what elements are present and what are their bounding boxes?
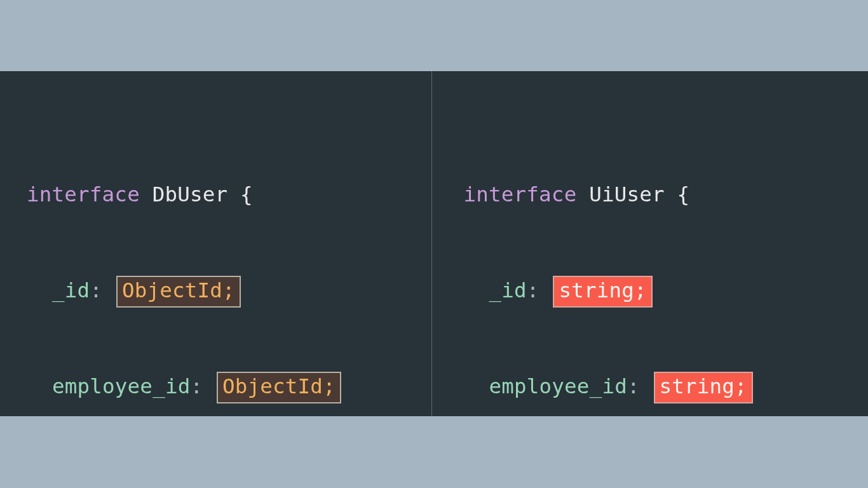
code-pane-left: interface DbUser { _id: ObjectId; employ…: [0, 71, 432, 416]
type-highlight-box: string;: [553, 276, 652, 308]
code-line: _id: string;: [464, 274, 869, 307]
code-line: interface DbUser {: [27, 179, 431, 211]
colon-token: :: [90, 278, 102, 302]
code-line: _id: ObjectId;: [27, 274, 431, 307]
type-highlight-box: ObjectId;: [116, 276, 241, 308]
type-name-token: DbUser: [153, 182, 228, 207]
colon-token: :: [527, 278, 539, 302]
colon-token: :: [190, 374, 203, 398]
keyword-token: interface: [464, 182, 577, 207]
code-line: interface UiUser {: [464, 179, 869, 211]
property-token: employee_id: [489, 374, 627, 398]
type-highlight-box: string;: [654, 372, 753, 403]
property-token: _id: [52, 278, 90, 302]
open-brace-token: {: [240, 182, 253, 207]
keyword-token: interface: [27, 182, 140, 207]
open-brace-token: {: [677, 182, 690, 207]
code-line: employee_id: ObjectId;: [27, 370, 431, 403]
property-token: employee_id: [52, 374, 190, 398]
property-token: _id: [489, 278, 527, 302]
code-line: employee_id: string;: [464, 370, 869, 403]
colon-token: :: [627, 374, 640, 398]
code-compare-container: interface DbUser { _id: ObjectId; employ…: [0, 71, 868, 416]
code-pane-right: interface UiUser { _id: string; employee…: [432, 71, 869, 416]
type-highlight-box: ObjectId;: [217, 372, 341, 403]
type-name-token: UiUser: [589, 182, 665, 207]
